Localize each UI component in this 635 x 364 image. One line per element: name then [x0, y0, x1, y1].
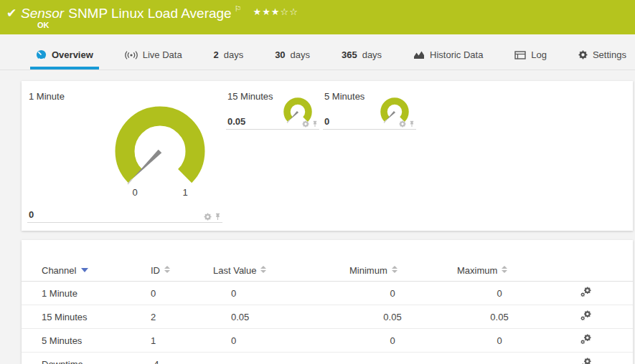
gauge-pin-icon[interactable]: [409, 120, 415, 128]
table-header-row: Channel ID Last Value Minimum Maximum: [22, 259, 633, 282]
sort-desc-icon: [81, 268, 88, 272]
gauge-icon: [36, 49, 47, 60]
channel-maximum: 0: [457, 282, 563, 305]
channel-minimum: 0.05: [349, 305, 457, 329]
gauge-scale-min: 0: [132, 187, 137, 198]
tab-settings[interactable]: Settings: [573, 34, 632, 70]
tab-30-days-label: days: [291, 49, 310, 60]
sensor-status-header: ✔ SensorSNMP Linux Load Average⚐★★★☆☆ OK: [0, 0, 635, 34]
channels-table-panel: Channel ID Last Value Minimum Maximum: [22, 240, 633, 364]
tab-historic-data[interactable]: Historic Data: [408, 34, 489, 70]
tab-historic-data-label: Historic Data: [430, 49, 483, 60]
sort-icon: [502, 266, 507, 273]
channel-id: 0: [151, 282, 213, 305]
historic-data-icon: [413, 50, 425, 59]
channel-name: Downtime: [22, 353, 151, 364]
gauge-value: 0: [324, 116, 329, 127]
settings-gear-icon: [578, 50, 588, 59]
column-header-last-value[interactable]: Last Value: [213, 259, 349, 282]
channel-minimum: 0: [349, 282, 457, 305]
tab-log[interactable]: Log: [509, 34, 552, 70]
gauge-settings-gear-icon[interactable]: [399, 120, 406, 128]
tab-30-days[interactable]: 30 days: [269, 34, 316, 70]
channel-settings-icon[interactable]: [580, 289, 591, 300]
tab-live-data[interactable]: Live Data: [119, 34, 188, 70]
table-row[interactable]: 1 Minute 0 0 0 0: [22, 282, 633, 305]
tab-2-days-label: days: [224, 49, 243, 60]
gauges-panel: 1 Minute 0 1 0 15 Minutes: [22, 81, 633, 231]
gauge-value: 0.05: [227, 116, 245, 127]
table-row[interactable]: 5 Minutes 1 0 0 0: [22, 329, 633, 353]
priority-stars[interactable]: ★★★☆☆: [253, 6, 298, 17]
channel-settings-icon[interactable]: [580, 360, 591, 364]
gauge-tile-15-minutes: 15 Minutes 0.05: [226, 87, 319, 130]
column-header-maximum[interactable]: Maximum: [457, 259, 563, 282]
gauge-tile-5-minutes: 5 Minutes 0: [323, 87, 416, 130]
tab-settings-label: Settings: [593, 49, 626, 60]
stars-empty: ☆☆: [281, 6, 298, 17]
sensor-type-label: Sensor: [21, 6, 64, 21]
channel-maximum: 0: [457, 329, 563, 353]
channel-name: 15 Minutes: [22, 305, 151, 329]
tab-log-label: Log: [531, 49, 547, 60]
gauge-scale-max: 1: [182, 187, 187, 198]
channel-settings-icon[interactable]: [580, 312, 591, 323]
channel-id: 2: [151, 305, 213, 329]
gauge-pin-icon[interactable]: [312, 120, 318, 128]
sensor-tabbar: Overview Live Data 2 days 30 days: [0, 34, 635, 70]
sort-icon: [164, 266, 170, 273]
channel-settings-icon[interactable]: [580, 336, 591, 347]
channel-maximum: 0.05: [457, 305, 563, 329]
status-check-icon: ✔: [6, 6, 17, 21]
gauge-title: 5 Minutes: [324, 91, 364, 102]
tab-2-days[interactable]: 2 days: [208, 34, 250, 70]
gauge-value: 0: [29, 209, 34, 220]
tab-live-data-label: Live Data: [143, 49, 182, 60]
gauge-settings-gear-icon[interactable]: [204, 213, 212, 221]
gauge-settings-gear-icon[interactable]: [302, 120, 309, 128]
channel-id: -4: [151, 353, 213, 364]
tab-365-days-number: 365: [342, 49, 357, 60]
stars-filled: ★★★: [253, 6, 281, 17]
gauge-pin-icon[interactable]: [215, 213, 221, 221]
channels-table: Channel ID Last Value Minimum Maximum: [22, 259, 633, 364]
tab-2-days-number: 2: [214, 49, 219, 60]
priority-flag-icon[interactable]: ⚐: [235, 4, 242, 13]
channel-last-value: 0: [213, 329, 349, 353]
tab-365-days[interactable]: 365 days: [336, 34, 387, 70]
gauge-tile-1-minute: 1 Minute 0 1 0: [27, 87, 222, 223]
gauge-title: 1 Minute: [29, 91, 65, 102]
channel-name: 5 Minutes: [22, 329, 151, 353]
table-row[interactable]: 15 Minutes 2 0.05 0.05 0.05: [22, 305, 633, 329]
column-header-actions: [563, 259, 633, 282]
tab-30-days-number: 30: [275, 49, 285, 60]
sensor-title: SNMP Linux Load Average: [68, 6, 231, 21]
channel-name: 1 Minute: [22, 282, 151, 305]
column-header-channel[interactable]: Channel: [22, 259, 151, 282]
log-icon: [514, 51, 526, 59]
sort-icon: [260, 266, 266, 273]
tab-overview[interactable]: Overview: [30, 34, 99, 70]
column-header-id[interactable]: ID: [151, 259, 213, 282]
channel-id: 1: [151, 329, 213, 353]
channel-minimum: [349, 353, 457, 364]
channel-minimum: 0: [349, 329, 457, 353]
gauge-title: 15 Minutes: [227, 91, 273, 102]
channel-last-value: 0.05: [213, 305, 349, 329]
sensor-status-badge: OK: [37, 21, 50, 29]
tab-overview-label: Overview: [52, 49, 93, 60]
channel-last-value: [213, 353, 349, 364]
channel-last-value: 0: [213, 282, 349, 305]
tab-365-days-label: days: [362, 49, 382, 60]
gauge-chart-1-minute: 0 1: [95, 94, 225, 205]
column-header-minimum[interactable]: Minimum: [349, 259, 457, 282]
channel-maximum: [457, 353, 563, 364]
table-row[interactable]: Downtime -4: [22, 353, 633, 364]
prtg-sensor-page: ✔ SensorSNMP Linux Load Average⚐★★★☆☆ OK…: [0, 0, 635, 364]
sort-icon: [392, 266, 398, 273]
live-data-icon: [125, 51, 138, 59]
